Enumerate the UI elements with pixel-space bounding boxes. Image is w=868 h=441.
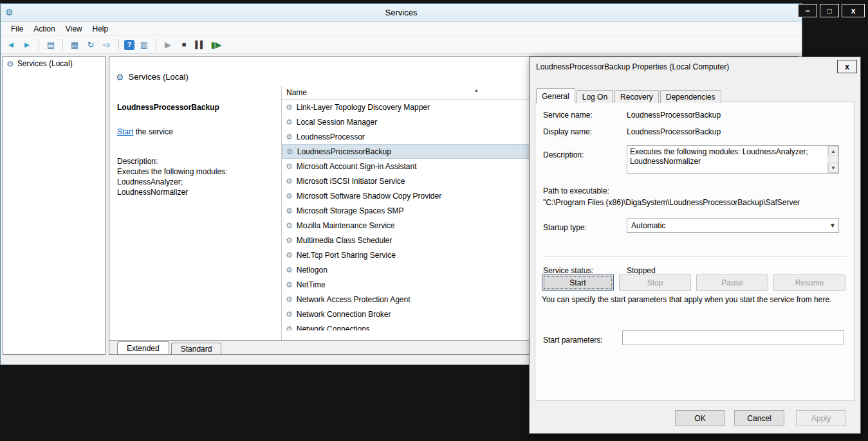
titlebar: ⚙ Services: [1, 4, 802, 22]
service-icon: ⚙: [286, 163, 293, 170]
description-label: Description:: [543, 150, 584, 159]
snapin-title: Services (Local): [129, 72, 189, 82]
service-icon: ⚙: [286, 281, 293, 289]
stop-button: Stop: [619, 274, 691, 291]
toolbar: ◄ ► ▤ ▦ ↻ ⇨ ? ▥ ▶ ■ ▌▌ ▮▶: [1, 36, 802, 54]
close-button[interactable]: x: [842, 4, 865, 17]
startup-type-select[interactable]: Automatic ▼: [627, 218, 839, 233]
console-tree-pane: ⚙ Services (Local): [3, 56, 106, 355]
service-row-name: Netlogon: [297, 266, 328, 274]
start-service-line: Start the service: [117, 127, 173, 136]
export-list-icon[interactable]: ⇨: [100, 39, 113, 51]
service-icon: ⚙: [286, 296, 293, 303]
restart-service-icon[interactable]: ▮▶: [210, 39, 223, 51]
startup-type-label: Startup type:: [543, 223, 587, 232]
window-title: Services: [1, 4, 802, 22]
sort-ascending-icon: ▴: [475, 87, 478, 93]
dialog-close-button[interactable]: x: [837, 60, 857, 73]
menu-view[interactable]: View: [60, 22, 88, 35]
menu-action[interactable]: Action: [28, 22, 60, 35]
action-pane-icon[interactable]: ▥: [138, 39, 151, 51]
forward-icon[interactable]: ►: [21, 39, 33, 51]
service-icon: ⚙: [286, 177, 293, 185]
desktop: ⚙ Services File Action View Help ◄ ► ▤ ▦…: [0, 0, 868, 441]
service-icon: ⚙: [286, 192, 293, 200]
scroll-down-icon[interactable]: ▼: [828, 163, 838, 173]
view-tab[interactable]: Extended: [117, 341, 169, 355]
description-field[interactable]: Executes the following modules: Loudness…: [627, 145, 839, 174]
service-row-name: Mozilla Maintenance Service: [297, 221, 395, 230]
tree-item-label: Services (Local): [17, 59, 73, 68]
service-status-value: Stopped: [627, 266, 656, 275]
description-label: Description:: [117, 157, 158, 166]
start-parameters-input[interactable]: [622, 330, 844, 345]
chevron-down-icon: ▼: [827, 222, 838, 229]
service-row-name: NetTime: [297, 280, 326, 289]
caption-buttons: − □ x: [798, 4, 865, 17]
ok-button[interactable]: OK: [675, 410, 725, 426]
tree-item-services-local[interactable]: ⚙ Services (Local): [3, 57, 105, 70]
service-row-name: Network Connection Broker: [297, 310, 391, 319]
general-tab-page: Service name: LoudnessProcessorBackup Di…: [535, 102, 855, 401]
service-row-name: Net.Tcp Port Sharing Service: [297, 251, 396, 260]
service-icon: ⚙: [286, 325, 293, 331]
toolbar-separator: [118, 39, 119, 51]
service-name-label: Service name:: [543, 111, 593, 120]
cancel-button[interactable]: Cancel: [734, 410, 784, 426]
minimize-button[interactable]: −: [798, 4, 817, 17]
selected-service-name: LoudnessProcessorBackup: [117, 103, 219, 112]
description-line: LoudnessNormalizer: [117, 188, 275, 197]
scroll-up-icon[interactable]: ▲: [828, 146, 838, 156]
service-icon: ⚙: [286, 266, 293, 274]
service-icon: ⚙: [286, 222, 293, 230]
start-service-suffix: the service: [133, 127, 172, 136]
start-button[interactable]: Start: [542, 274, 614, 291]
snapin-header: ⚙ Services (Local): [116, 72, 189, 82]
menu-help[interactable]: Help: [88, 22, 114, 35]
extended-detail-pane: LoudnessProcessorBackup Start the servic…: [109, 86, 281, 340]
back-icon[interactable]: ◄: [5, 39, 17, 51]
description-line: LoudnessAnalyzer;: [117, 177, 275, 186]
view-tab[interactable]: Standard: [171, 343, 222, 354]
service-row-name: Multimedia Class Scheduler: [297, 236, 392, 245]
services-icon: ⚙: [116, 73, 124, 82]
startup-type-value: Automatic: [627, 221, 827, 230]
service-row-name: Microsoft Account Sign-in Assistant: [297, 162, 417, 171]
description-scrollbar[interactable]: ▲ ▼: [827, 146, 838, 173]
service-icon: ⚙: [286, 310, 293, 318]
service-icon: ⚙: [286, 148, 293, 156]
display-name-value: LoudnessProcessorBackup: [627, 127, 721, 136]
refresh-icon[interactable]: ↻: [84, 39, 97, 51]
path-to-executable-label: Path to executable:: [543, 186, 609, 195]
resume-button: Resume: [773, 274, 845, 291]
properties-dialog: LoudnessProcessorBackup Properties (Loca…: [529, 57, 861, 434]
stop-service-icon[interactable]: ■: [178, 39, 190, 51]
console-window-icon[interactable]: ▦: [68, 39, 81, 51]
dialog-title: LoudnessProcessorBackup Properties (Loca…: [536, 62, 729, 71]
start-parameters-help-text: You can specify the start parameters tha…: [542, 295, 852, 305]
console-tree-icon[interactable]: ▤: [44, 39, 57, 51]
service-icon: ⚙: [286, 104, 293, 111]
start-service-icon[interactable]: ▶: [162, 39, 174, 51]
service-status-label: Service status:: [543, 266, 594, 275]
scroll-track[interactable]: [828, 156, 838, 163]
service-row-name: Network Access Protection Agent: [297, 295, 411, 304]
help-icon[interactable]: ?: [124, 40, 134, 50]
pause-service-icon[interactable]: ▌▌: [194, 39, 207, 51]
services-icon: ⚙: [6, 60, 14, 68]
service-icon: ⚙: [286, 133, 293, 141]
service-icon: ⚙: [286, 207, 293, 215]
dialog-tab[interactable]: Recovery: [614, 90, 659, 103]
dialog-tab[interactable]: Log On: [577, 90, 613, 103]
start-service-link[interactable]: Start: [117, 127, 133, 136]
dialog-tab[interactable]: Dependencies: [660, 90, 721, 103]
service-row-name: Microsoft iSCSI Initiator Service: [297, 177, 405, 186]
service-icon: ⚙: [286, 237, 293, 244]
menu-file[interactable]: File: [6, 22, 28, 35]
service-icon: ⚙: [286, 251, 293, 259]
dialog-tab[interactable]: General: [536, 88, 575, 104]
description-text: Executes the following modules: Loudness…: [627, 146, 827, 173]
maximize-button[interactable]: □: [820, 4, 839, 17]
description-line: Executes the following modules:: [117, 167, 275, 176]
column-header-name[interactable]: Name: [286, 88, 307, 97]
